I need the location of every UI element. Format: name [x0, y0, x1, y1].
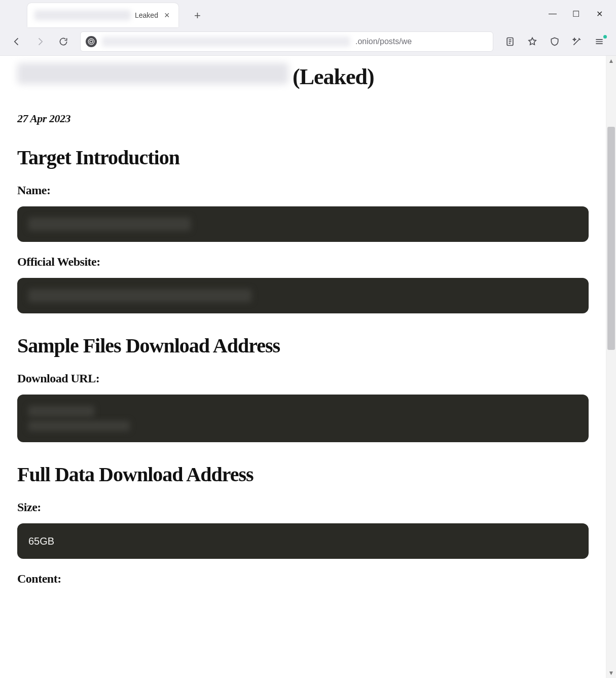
reload-icon — [58, 37, 68, 47]
page-content: (Leaked) 27 Apr 2023 Target Introduction… — [0, 56, 606, 678]
forward-button[interactable] — [30, 32, 50, 51]
label-official-website: Official Website: — [17, 255, 589, 269]
window-controls: — ☐ ✕ — [536, 0, 616, 28]
wand-icon — [572, 37, 582, 47]
value-name-box — [17, 206, 589, 242]
arrow-left-icon — [12, 37, 22, 47]
page-title: (Leaked) — [17, 63, 589, 90]
svg-point-0 — [88, 39, 94, 45]
window-maximize-button[interactable]: ☐ — [570, 9, 582, 19]
page-title-suffix: (Leaked) — [293, 64, 374, 90]
value-name-redacted — [28, 218, 191, 231]
hamburger-icon — [594, 37, 604, 47]
label-size: Size: — [17, 501, 589, 514]
tab-title-suffix: Leaked — [135, 11, 158, 19]
browser-toolbar: .onion/posts/we — [0, 27, 616, 56]
scroll-down-button[interactable]: ▼ — [606, 668, 616, 678]
value-download-url-box — [17, 395, 589, 442]
scroll-up-button[interactable]: ▲ — [606, 56, 616, 66]
value-size: 65GB — [28, 536, 54, 547]
label-content: Content: — [17, 572, 589, 586]
label-name: Name: — [17, 184, 589, 197]
bookmark-button[interactable] — [523, 32, 542, 51]
titlebar: Leaked × + — [0, 0, 616, 27]
section-target-intro: Target Introduction — [17, 146, 589, 169]
new-tab-button[interactable]: + — [189, 7, 206, 24]
url-visible-suffix: .onion/posts/we — [355, 37, 412, 46]
browser-tab[interactable]: Leaked × — [27, 3, 178, 27]
shield-button[interactable] — [545, 32, 564, 51]
page-viewport: (Leaked) 27 Apr 2023 Target Introduction… — [0, 56, 616, 678]
reader-mode-button[interactable] — [500, 32, 520, 51]
value-website-redacted — [28, 289, 251, 302]
arrow-right-icon — [35, 37, 45, 47]
value-download-url-redacted-1 — [28, 406, 94, 417]
url-redacted — [102, 37, 350, 47]
onion-site-icon — [86, 36, 97, 47]
tab-title-redacted — [34, 10, 131, 20]
vertical-scrollbar[interactable]: ▲ ▼ — [606, 56, 616, 678]
page-title-redacted — [17, 63, 288, 84]
section-full-data: Full Data Download Address — [17, 462, 589, 486]
reader-icon — [505, 37, 515, 47]
value-website-box — [17, 278, 589, 313]
shield-icon — [550, 37, 560, 47]
app-menu-button[interactable] — [590, 32, 609, 51]
back-button[interactable] — [7, 32, 26, 51]
label-download-url: Download URL: — [17, 372, 589, 385]
section-sample-files: Sample Files Download Address — [17, 334, 589, 358]
window-minimize-button[interactable]: — — [547, 9, 558, 19]
reload-button[interactable] — [54, 32, 73, 51]
window-close-button[interactable]: ✕ — [594, 9, 605, 19]
tab-close-button[interactable]: × — [162, 9, 172, 22]
star-icon — [527, 37, 537, 47]
address-bar[interactable]: .onion/posts/we — [80, 31, 493, 52]
value-download-url-redacted-2 — [28, 421, 130, 431]
scroll-thumb[interactable] — [607, 127, 615, 350]
sparkle-button[interactable] — [567, 32, 587, 51]
svg-point-1 — [90, 40, 93, 43]
post-date: 27 Apr 2023 — [17, 112, 589, 125]
value-size-box: 65GB — [17, 523, 589, 559]
